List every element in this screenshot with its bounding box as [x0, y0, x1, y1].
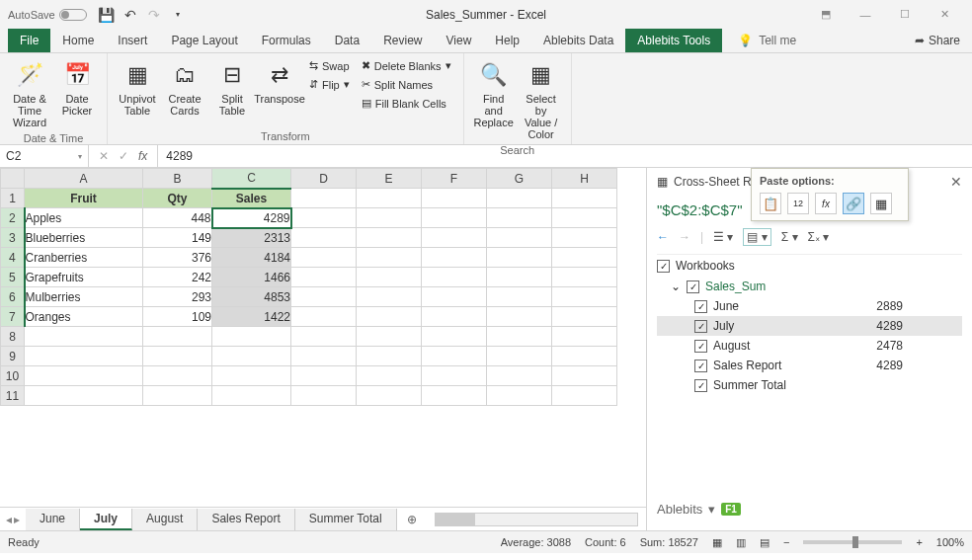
accept-formula-icon[interactable]: ✓	[119, 149, 128, 163]
cell-B3[interactable]: 149	[143, 228, 212, 248]
cell-E10[interactable]	[357, 366, 422, 386]
sigma-x-icon[interactable]: Σₓ ▾	[808, 230, 830, 244]
row-header-4[interactable]: 4	[1, 248, 25, 268]
cell-G4[interactable]	[487, 248, 552, 268]
col-header-E[interactable]: E	[357, 169, 422, 189]
share-button[interactable]: ➦ Share	[903, 29, 972, 52]
tab-home[interactable]: Home	[50, 29, 106, 52]
cell-H6[interactable]	[552, 287, 617, 307]
tab-view[interactable]: View	[435, 29, 484, 52]
cell-D5[interactable]	[291, 268, 357, 287]
cell-B4[interactable]: 376	[143, 248, 212, 268]
redo-icon[interactable]: ↷	[146, 7, 162, 23]
cell-F4[interactable]	[422, 248, 487, 268]
list-icon[interactable]: ☰ ▾	[713, 230, 733, 244]
cell-H11[interactable]	[552, 386, 617, 406]
tell-me-search[interactable]: 💡 Tell me	[738, 29, 796, 52]
view-break-icon[interactable]: ▤	[760, 536, 770, 549]
paste-link-icon[interactable]: 🔗	[843, 193, 864, 214]
cell-D10[interactable]	[291, 366, 357, 386]
sheet-tab-sales-report[interactable]: Sales Report	[198, 509, 294, 530]
paste-all-icon[interactable]: 📋	[760, 193, 781, 214]
close-pane-icon[interactable]: ✕	[950, 174, 962, 190]
row-header-2[interactable]: 2	[1, 208, 25, 228]
cell-G10[interactable]	[487, 366, 552, 386]
cell-C8[interactable]	[212, 327, 291, 347]
cell-F7[interactable]	[422, 307, 487, 327]
cell-B10[interactable]	[143, 366, 212, 386]
formula-input[interactable]: 4289	[158, 149, 972, 163]
cell-E9[interactable]	[357, 347, 422, 366]
unpivot-button[interactable]: ▦ Unpivot Table	[116, 57, 159, 119]
tree-sheet-summer-total[interactable]: ✓Summer Total	[657, 375, 962, 395]
row-header-5[interactable]: 5	[1, 268, 25, 287]
cell-B6[interactable]: 293	[143, 287, 212, 307]
sheet-tab-august[interactable]: August	[132, 509, 198, 530]
cell-E7[interactable]	[357, 307, 422, 327]
cell-A7[interactable]: Oranges	[25, 307, 143, 327]
horizontal-scrollbar[interactable]	[435, 513, 638, 526]
cell-B2[interactable]: 448	[143, 208, 212, 228]
cell-C5[interactable]: 1466	[212, 268, 291, 287]
ribbon-options-icon[interactable]: ⬒	[806, 0, 846, 29]
col-header-H[interactable]: H	[552, 169, 617, 189]
tree-sheet-august[interactable]: ✓August2478	[657, 336, 962, 356]
qat-dropdown-icon[interactable]: ▾	[170, 7, 186, 23]
cell-C1[interactable]: Sales	[212, 189, 291, 208]
tree-sheet-sales-report[interactable]: ✓Sales Report4289	[657, 356, 962, 375]
prev-sheet-icon[interactable]: ◂	[6, 513, 12, 526]
view-page-icon[interactable]: ▥	[736, 536, 746, 549]
autosave-toggle[interactable]: AutoSave	[8, 9, 87, 21]
cell-F11[interactable]	[422, 386, 487, 406]
cell-B1[interactable]: Qty	[143, 189, 212, 208]
cell-C4[interactable]: 4184	[212, 248, 291, 268]
name-box[interactable]: C2▾	[0, 145, 89, 167]
cell-G11[interactable]	[487, 386, 552, 406]
tab-data[interactable]: Data	[323, 29, 371, 52]
cell-D3[interactable]	[291, 228, 357, 248]
cell-H8[interactable]	[552, 327, 617, 347]
view-normal-icon[interactable]: ▦	[712, 536, 722, 549]
tab-review[interactable]: Review	[371, 29, 434, 52]
cell-A6[interactable]: Mulberries	[25, 287, 143, 307]
cell-E5[interactable]	[357, 268, 422, 287]
cell-A9[interactable]	[25, 347, 143, 366]
cell-F8[interactable]	[422, 327, 487, 347]
cell-A8[interactable]	[25, 327, 143, 347]
cell-C6[interactable]: 4853	[212, 287, 291, 307]
cell-B7[interactable]: 109	[143, 307, 212, 327]
col-header-G[interactable]: G	[487, 169, 552, 189]
row-header-3[interactable]: 3	[1, 228, 25, 248]
cell-D8[interactable]	[291, 327, 357, 347]
zoom-slider[interactable]	[803, 540, 902, 544]
delete-blanks-button[interactable]: ✖Delete Blanks ▾	[358, 57, 455, 74]
cell-D1[interactable]	[291, 189, 357, 208]
cell-H5[interactable]	[552, 268, 617, 287]
save-icon[interactable]: 💾	[99, 7, 115, 23]
col-header-C[interactable]: C	[212, 169, 291, 189]
cell-C10[interactable]	[212, 366, 291, 386]
cell-A2[interactable]: Apples	[25, 208, 143, 228]
fx-icon[interactable]: fx	[138, 149, 147, 163]
sheet-tab-july[interactable]: July	[80, 509, 132, 530]
cell-G5[interactable]	[487, 268, 552, 287]
paste-values-icon[interactable]: 12	[787, 193, 809, 214]
cell-A3[interactable]: Blueberries	[25, 228, 143, 248]
cell-D9[interactable]	[291, 347, 357, 366]
paste-format-icon[interactable]: ▦	[870, 193, 892, 214]
cell-E1[interactable]	[357, 189, 422, 208]
maximize-icon[interactable]: ☐	[885, 0, 925, 29]
add-sheet-button[interactable]: ⊕	[397, 513, 427, 526]
date-time-wizard-button[interactable]: 🪄 Date & Time Wizard	[8, 57, 51, 130]
cell-E6[interactable]	[357, 287, 422, 307]
cell-H1[interactable]	[552, 189, 617, 208]
tab-file[interactable]: File	[8, 29, 50, 52]
close-icon[interactable]: ✕	[925, 0, 964, 29]
cell-F6[interactable]	[422, 287, 487, 307]
find-replace-button[interactable]: 🔍 Find and Replace	[472, 57, 516, 130]
cell-E4[interactable]	[357, 248, 422, 268]
flip-button[interactable]: ⇵Flip ▾	[305, 76, 354, 93]
cell-F10[interactable]	[422, 366, 487, 386]
tab-ablebits-tools[interactable]: Ablebits Tools	[625, 29, 722, 52]
tab-insert[interactable]: Insert	[106, 29, 159, 52]
